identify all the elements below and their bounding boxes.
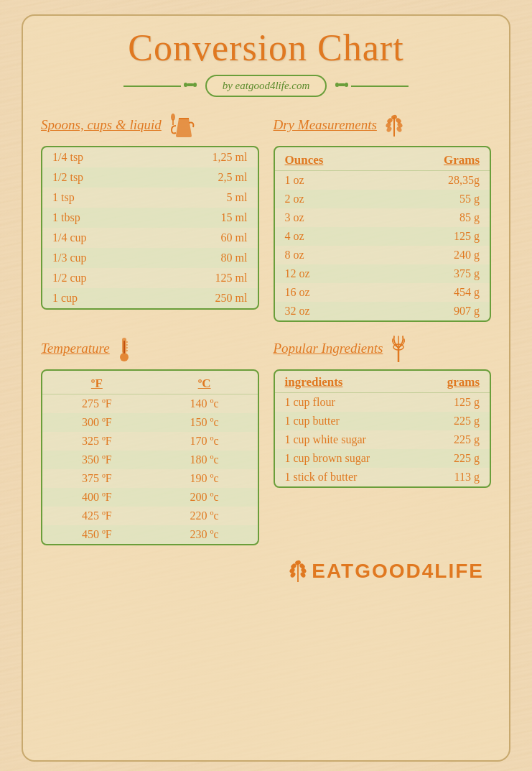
spoon-measure: 1/2 tsp (42, 167, 149, 188)
table-row: 1 oz 28,35g (275, 171, 490, 190)
temp-col1-header: ºF (42, 371, 151, 394)
ingredient-grams: 225 g (418, 449, 490, 468)
table-row: 1 tbsp 15 ml (42, 208, 258, 228)
temp-title: Temperature (41, 341, 110, 356)
table-row: 1 stick of butter 113 g (275, 468, 490, 486)
table-row: 16 oz 454 g (275, 283, 490, 302)
spoons-title: Spoons, cups & liquid (41, 117, 162, 133)
page: Conversion Chart by eatgood4life.com (0, 0, 532, 771)
ingredient-name: 1 cup butter (275, 412, 419, 430)
svg-rect-0 (187, 83, 194, 86)
svg-rect-2 (193, 83, 197, 87)
spoon-measure: 1 tbsp (42, 208, 149, 228)
table-row: 375 ºF 190 ºc (42, 469, 258, 488)
spoon-value: 80 ml (149, 248, 257, 268)
ingredient-name: 1 stick of butter (275, 468, 419, 486)
table-row: 4 oz 125 g (275, 227, 490, 246)
table-row: 1/4 tsp 1,25 ml (42, 147, 258, 167)
rolling-pin-icon (184, 80, 197, 93)
dry-oz: 8 oz (275, 246, 385, 264)
temp-c: 230 ºc (151, 525, 258, 544)
dry-oz: 2 oz (275, 190, 385, 208)
top-section: Spoons, cups & liquid (41, 111, 491, 322)
table-row: 300 ºF 150 ºc (42, 413, 258, 432)
ingredient-grams: 113 g (418, 468, 490, 486)
svg-rect-3 (338, 83, 345, 86)
dry-g: 28,35g (385, 171, 490, 190)
temp-section: Temperature (41, 335, 259, 545)
ingredient-name: 1 cup flour (275, 393, 419, 412)
wheat-icon-dry (381, 111, 407, 139)
dry-oz: 3 oz (275, 208, 385, 227)
table-row: 275 ºF 140 ºc (42, 394, 258, 413)
spoon-value: 125 ml (149, 268, 257, 288)
subtitle-banner: by eatgood4life.com (41, 75, 491, 97)
dry-g: 907 g (385, 302, 490, 320)
temp-c: 200 ºc (151, 488, 258, 507)
svg-rect-7 (172, 119, 174, 125)
spoon-measure: 1/3 cup (42, 248, 149, 268)
spoon-measure: 1 cup (42, 288, 149, 308)
table-row: 1 tsp 5 ml (42, 188, 258, 208)
ingr-col2-header: grams (418, 371, 490, 393)
dry-g: 55 g (385, 190, 490, 208)
temp-f: 425 ºF (42, 507, 151, 525)
dry-g: 454 g (385, 283, 490, 302)
temp-f: 325 ºF (42, 432, 151, 451)
table-row: 1 cup 250 ml (42, 288, 258, 308)
spoon-value: 15 ml (149, 208, 257, 228)
ingredient-name: 1 cup white sugar (275, 430, 419, 449)
dry-header: Dry Measurements (274, 111, 492, 139)
dry-oz: 32 oz (275, 302, 385, 320)
dry-col1-header: Ounces (275, 147, 385, 171)
dry-section: Dry Measurements (274, 111, 492, 322)
ingredient-grams: 225 g (418, 412, 490, 430)
svg-rect-5 (345, 83, 348, 87)
table-row: 12 oz 375 g (275, 264, 490, 283)
temp-f: 450 ºF (42, 525, 151, 544)
dry-oz: 4 oz (275, 227, 385, 246)
table-row: 1 cup flour 125 g (275, 393, 490, 412)
wheat-logo-icon (287, 558, 309, 584)
dry-g: 240 g (385, 246, 490, 264)
table-row: 400 ºF 200 ºc (42, 488, 258, 507)
banner-line-right (351, 86, 409, 87)
spoon-value: 2,5 ml (149, 167, 257, 188)
spoons-header: Spoons, cups & liquid (41, 111, 259, 139)
spoon-measure: 1/4 cup (42, 228, 149, 248)
temp-f: 275 ºF (42, 394, 151, 413)
dry-oz: 1 oz (275, 171, 385, 190)
measuring-cup-icon (166, 111, 195, 139)
whisk-icon (387, 335, 410, 362)
ingredients-title: Popular Ingredients (274, 341, 383, 356)
table-row: 450 ºF 230 ºc (42, 525, 258, 544)
temp-f: 350 ºF (42, 451, 151, 469)
spoons-table: 1/4 tsp 1,25 ml 1/2 tsp 2,5 ml 1 tsp 5 m… (41, 146, 259, 310)
dry-g: 375 g (385, 264, 490, 283)
ingredients-section: Popular Ingredients (274, 335, 492, 545)
table-row: 2 oz 55 g (275, 190, 490, 208)
ingredient-grams: 225 g (418, 430, 490, 449)
logo-area: EATGOOD4LIFE (41, 558, 491, 584)
dry-oz: 16 oz (275, 283, 385, 302)
dry-g: 125 g (385, 227, 490, 246)
temp-c: 190 ºc (151, 469, 258, 488)
ingredient-grams: 125 g (418, 393, 490, 412)
spoon-measure: 1/2 cup (42, 268, 149, 288)
dry-table: Ounces Grams 1 oz 28,35g 2 oz 55 g 3 oz … (274, 146, 492, 322)
temp-f: 300 ºF (42, 413, 151, 432)
table-row: 325 ºF 170 ºc (42, 432, 258, 451)
thermometer-icon (114, 335, 134, 362)
svg-point-17 (120, 353, 129, 361)
table-row: 350 ºF 180 ºc (42, 451, 258, 469)
table-row: 8 oz 240 g (275, 246, 490, 264)
ingr-col1-header: ingredients (275, 371, 419, 393)
dry-col2-header: Grams (385, 147, 490, 171)
table-row: 1/3 cup 80 ml (42, 248, 258, 268)
table-row: 3 oz 85 g (275, 208, 490, 227)
table-row: 1/2 cup 125 ml (42, 268, 258, 288)
bottom-section: Temperature (41, 335, 491, 545)
temp-f: 400 ºF (42, 488, 151, 507)
dry-oz: 12 oz (275, 264, 385, 283)
spoon-measure: 1 tsp (42, 188, 149, 208)
